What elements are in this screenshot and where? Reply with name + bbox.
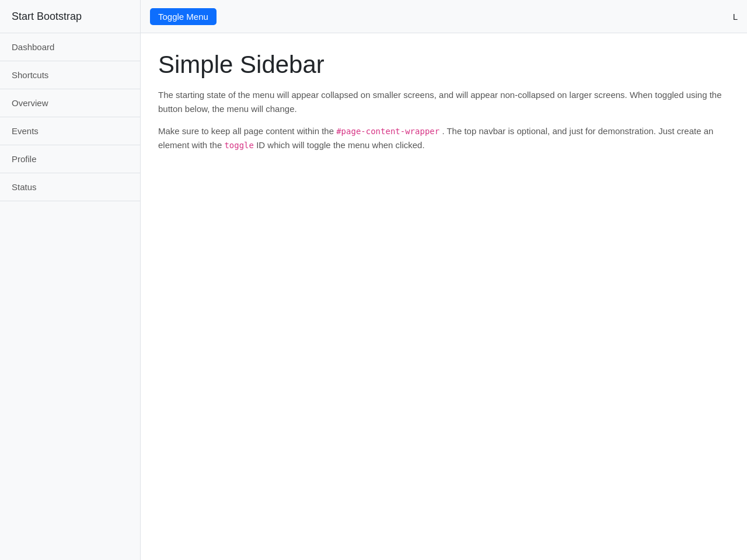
sidebar-nav-link[interactable]: Status bbox=[0, 173, 140, 201]
toggle-menu-button[interactable]: Toggle Menu bbox=[150, 8, 217, 25]
paragraph2-end-text: ID which will toggle the menu when click… bbox=[256, 140, 424, 150]
sidebar-nav-item: Dashboard bbox=[0, 33, 140, 61]
sidebar-nav-item: Profile bbox=[0, 145, 140, 173]
sidebar-nav: DashboardShortcutsOverviewEventsProfileS… bbox=[0, 33, 140, 201]
sidebar-nav-link[interactable]: Events bbox=[0, 117, 140, 145]
navbar-right-link[interactable]: L bbox=[733, 12, 738, 22]
paragraph2-start-text: Make sure to keep all page content withi… bbox=[158, 126, 336, 136]
sidebar-nav-link[interactable]: Overview bbox=[0, 89, 140, 117]
code-toggle: toggle bbox=[224, 141, 254, 150]
sidebar-nav-item: Overview bbox=[0, 89, 140, 117]
page-wrapper: Toggle Menu L Simple Sidebar The startin… bbox=[141, 0, 747, 560]
top-navbar: Toggle Menu L bbox=[141, 0, 747, 33]
sidebar: Start Bootstrap DashboardShortcutsOvervi… bbox=[0, 0, 141, 560]
paragraph-2: Make sure to keep all page content withi… bbox=[158, 124, 729, 152]
sidebar-nav-link[interactable]: Dashboard bbox=[0, 33, 140, 61]
code-page-content-wrapper: #page-content-wrapper bbox=[336, 127, 439, 136]
sidebar-brand[interactable]: Start Bootstrap bbox=[0, 0, 140, 33]
page-heading: Simple Sidebar bbox=[158, 51, 729, 79]
sidebar-nav-link[interactable]: Profile bbox=[0, 145, 140, 173]
sidebar-nav-item: Status bbox=[0, 173, 140, 201]
main-content: Simple Sidebar The starting state of the… bbox=[141, 33, 747, 560]
sidebar-nav-link[interactable]: Shortcuts bbox=[0, 61, 140, 89]
paragraph-1: The starting state of the menu will appe… bbox=[158, 88, 729, 116]
sidebar-nav-item: Events bbox=[0, 117, 140, 145]
sidebar-nav-item: Shortcuts bbox=[0, 61, 140, 89]
